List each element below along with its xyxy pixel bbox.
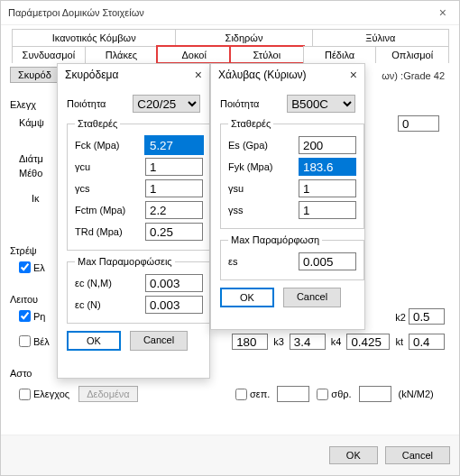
p1-ecnm-label: εc (N,M)	[75, 278, 138, 288]
bg-180-input[interactable]	[232, 334, 268, 350]
tab-pedila[interactable]: Πέδιλα	[303, 46, 377, 63]
p1-ecn-input[interactable]	[145, 296, 203, 314]
panel2-close-icon[interactable]: ×	[350, 68, 357, 82]
dialog-footer: OK Cancel	[1, 435, 459, 475]
panel2-title: Χάλυβας (Κύριων)	[218, 69, 307, 81]
bg-k4-label: k4	[331, 336, 342, 347]
tab-dokoi[interactable]: Δοκοί	[157, 46, 231, 63]
footer-cancel-button[interactable]: Cancel	[385, 446, 450, 464]
p1-constants-group: Σταθερές Fck (Mpa) γcu γcs Fctm (Mpa) TR…	[67, 118, 211, 251]
bg-grade-label: ων) :Grade 42	[382, 70, 445, 81]
tab-row-1: Ικανοτικός Κόμβων Σιδηρών Ξύλινα	[1, 25, 459, 46]
bg-diatm: Διάτμ	[19, 153, 43, 164]
bg-leitou: Λειτου	[10, 294, 38, 305]
p2-es-input[interactable]	[299, 136, 356, 154]
p2-fyk-label: Fyk (Mpa)	[228, 161, 291, 172]
p2-fyk-input[interactable]	[299, 158, 356, 176]
p1-quality-select[interactable]: C20/25	[133, 95, 200, 113]
bg-asto: Αστο	[10, 368, 32, 379]
bg-sthr-check[interactable]: σθρ.	[317, 389, 351, 400]
p1-ycs-label: γcs	[75, 183, 138, 194]
p1-trd-label: TRd (Mpa)	[75, 226, 138, 237]
p1-ycu-input[interactable]	[145, 158, 203, 176]
tab-sidiron[interactable]: Σιδηρών	[175, 29, 312, 46]
tab-row-2: Συνδυασμοί Πλάκες Δοκοί Στύλοι Πέδιλα Οπ…	[1, 46, 459, 63]
p1-ok-button[interactable]: OK	[67, 331, 121, 351]
bg-elegxos-check[interactable]: Ελεγχος	[19, 389, 69, 400]
p1-fctm-label: Fctm (Mpa)	[75, 205, 138, 215]
tab-syndyasmoi[interactable]: Συνδυασμοί	[12, 46, 86, 63]
p1-ycu-label: γcu	[75, 161, 138, 172]
main-window: Παράμετροι Δομικών Στοιχείων × Ικανοτικό…	[0, 0, 460, 476]
p2-yss-label: γss	[228, 205, 291, 215]
p1-trd-input[interactable]	[145, 223, 203, 241]
bg-stref: Στρέψ	[10, 245, 37, 256]
p2-eps-label: εs	[228, 256, 291, 267]
bg-k2-input[interactable]	[409, 308, 445, 325]
titlebar: Παράμετροι Δομικών Στοιχείων ×	[1, 1, 459, 25]
p1-ycs-input[interactable]	[145, 179, 203, 197]
bg-unit: (kN/M2)	[399, 389, 434, 399]
panel1-close-icon[interactable]: ×	[195, 68, 202, 82]
p2-cancel-button[interactable]: Cancel	[283, 288, 341, 307]
tab-plakes[interactable]: Πλάκες	[85, 46, 159, 63]
p2-maxdef-group: Max Παραμόρφωση εs	[220, 234, 364, 280]
window-title: Παράμετροι Δομικών Στοιχείων	[8, 7, 144, 18]
p1-fctm-input[interactable]	[145, 201, 203, 219]
bg-kt-input[interactable]	[409, 334, 445, 350]
bg-sthr-input[interactable]	[359, 386, 391, 402]
bg-dedomena-button[interactable]: Δεδομένα	[78, 386, 138, 402]
p1-constants-legend: Σταθερές	[75, 118, 120, 129]
p2-quality-label: Ποιότητα	[220, 98, 280, 109]
p2-constants-legend: Σταθερές	[228, 118, 273, 129]
panel-skyrodema: Σκυρόδεμα × Ποιότητα C20/25 Σταθερές Fck…	[57, 63, 210, 379]
p2-eps-input[interactable]	[299, 252, 356, 270]
p2-maxdef-legend: Max Παραμόρφωση	[228, 234, 322, 245]
p1-ecn-label: εc (N)	[75, 299, 138, 310]
p2-ysu-input[interactable]	[299, 179, 356, 197]
panel-xalyvas: Χάλυβας (Κύριων) × Ποιότητα B500C Σταθερ…	[210, 63, 365, 330]
tab-ikanotikos[interactable]: Ικανοτικός Κόμβων	[12, 29, 176, 46]
footer-ok-button[interactable]: OK	[329, 446, 378, 464]
tab-styloi[interactable]: Στύλοι	[230, 46, 304, 63]
bg-k2-label: k2	[395, 312, 406, 323]
p2-ysu-label: γsu	[228, 183, 291, 194]
p2-ok-button[interactable]: OK	[220, 288, 274, 307]
bg-elegx: Ελεγχ	[10, 99, 36, 110]
bg-ik: Ικ	[32, 193, 40, 204]
bg-sep-check[interactable]: σεπ.	[235, 389, 270, 400]
p1-maxdef-legend: Max Παραμορφώσεις	[75, 256, 175, 267]
p1-maxdef-group: Max Παραμορφώσεις εc (N,M) εc (N)	[67, 256, 211, 324]
p2-quality-select[interactable]: B500C	[287, 95, 355, 113]
bg-k3-label: k3	[273, 336, 284, 347]
p1-cancel-button[interactable]: Cancel	[130, 331, 188, 351]
panel1-title: Σκυρόδεμα	[65, 69, 118, 81]
bg-kt-label: kt	[395, 336, 403, 347]
p1-ecnm-input[interactable]	[145, 274, 203, 292]
bg-metho: Μέθο	[19, 168, 42, 178]
p2-constants-group: Σταθερές Es (Gpa) Fyk (Mpa) γsu γss	[220, 118, 364, 229]
tab-oplismoi[interactable]: Οπλισμοί	[375, 46, 449, 63]
bg-k3-input[interactable]	[290, 334, 326, 350]
p2-es-label: Es (Gpa)	[228, 140, 291, 151]
close-icon[interactable]: ×	[434, 5, 452, 20]
p2-yss-input[interactable]	[299, 201, 356, 219]
p1-fck-input[interactable]	[145, 136, 203, 154]
p1-fck-label: Fck (Mpa)	[75, 140, 138, 151]
content-area: Σκυρόδ ων) :Grade 42 Ελεγχ Κάμψ Διάτμ Μέ…	[1, 63, 459, 429]
bg-k4-input[interactable]	[346, 334, 390, 350]
p1-quality-label: Ποιότητα	[67, 98, 125, 109]
tab-xylina[interactable]: Ξύλινα	[312, 29, 449, 46]
bg-el-check[interactable]: Ελ	[19, 261, 45, 273]
bg-zero-input[interactable]	[398, 115, 439, 132]
bg-sep-input[interactable]	[277, 386, 309, 402]
